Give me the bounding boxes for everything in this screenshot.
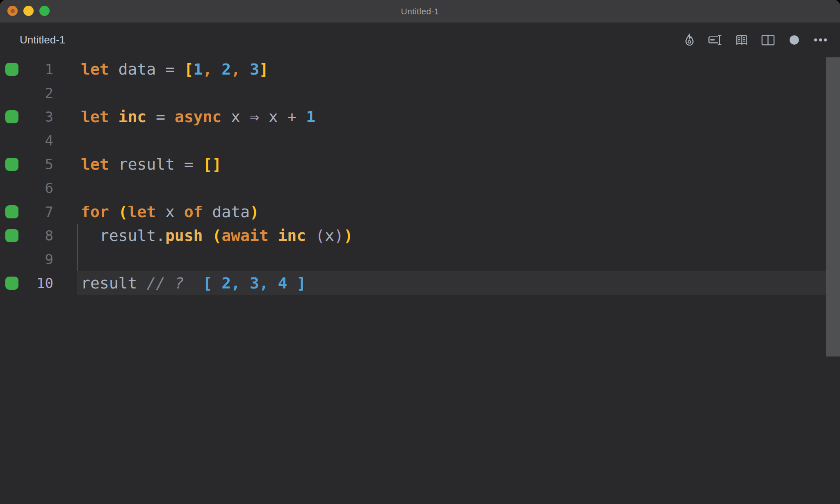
code-line[interactable]: 7for (let x of data) [0,200,840,224]
more-actions-button[interactable] [813,32,829,48]
code-token: x [221,108,250,126]
code-token: inc [119,108,147,126]
line-number[interactable]: 8 [0,224,53,247]
line-number[interactable]: 7 [0,200,53,224]
split-editor-button[interactable] [760,32,776,48]
code-token: result. [81,227,165,245]
code-token: [ 2, 3, 4 ] [203,274,306,292]
code-token: x [259,108,288,126]
code-token: , [231,60,240,78]
editor-window: Untitled-1 Untitled-1 [0,0,840,504]
code-token: ) [250,203,259,221]
modified-indicator[interactable] [786,32,802,48]
line-number[interactable]: 2 [0,81,53,105]
modified-dot-icon [786,32,802,48]
code-text: for (let x of data) [81,200,259,224]
code-token: ( [119,203,128,221]
line-number[interactable]: 10 [0,271,53,295]
code-line[interactable]: 10result // ? [ 2, 3, 4 ] [0,271,840,295]
code-token [146,108,156,126]
code-token: ( [212,227,221,245]
code-token: for [81,203,109,221]
code-token [269,227,278,245]
editor: 1let data = [1, 2, 3]23let inc = async x… [0,57,840,504]
code-text: let inc = async x ⇒ x + 1 [81,105,315,129]
code-text: result // ? [ 2, 3, 4 ] [81,271,306,295]
scrollbar-thumb[interactable] [826,57,840,356]
flame-icon [681,32,697,48]
code-token: push [165,227,203,245]
code-token: ) [344,227,353,245]
code-token [165,108,175,126]
tabbar: Untitled-1 [0,23,840,57]
indent-guide [77,224,78,247]
more-actions-icon [813,32,829,48]
code-token: [ [184,60,194,78]
code-token [194,155,203,173]
code-token: 3 [250,60,259,78]
code-token: ) [334,227,344,245]
code-token: async [175,108,221,126]
code-text: let data = [1, 2, 3] [81,57,269,81]
toolbar-actions [681,23,829,57]
code-token [109,203,119,221]
code-line[interactable]: 6 [0,176,840,200]
line-number[interactable]: 4 [0,129,53,152]
code-token: data [109,60,165,78]
code-token: let [81,60,109,78]
book-button[interactable] [734,32,750,48]
line-number[interactable]: 9 [0,247,53,271]
code-token: let [81,155,109,173]
code-token: 1 [306,108,315,126]
code-token: result [109,155,184,173]
line-number[interactable]: 1 [0,57,53,81]
code-token [184,274,203,292]
code-token: // ? [146,274,184,292]
code-line[interactable]: 1let data = [1, 2, 3] [0,57,840,81]
code-line[interactable]: 3let inc = async x ⇒ x + 1 [0,105,840,129]
code-token: result [81,274,146,292]
code-token: = [156,108,165,126]
code-token: 1 [194,60,203,78]
code-token: = [184,155,194,173]
code-token: data [203,203,249,221]
tab-label[interactable]: Untitled-1 [20,23,65,57]
code-text: result.push (await inc (x)) [81,224,353,247]
code-token [240,60,250,78]
code-line[interactable]: 8 result.push (await inc (x)) [0,224,840,247]
code-token: + [287,108,297,126]
code-token: = [165,60,175,78]
code-token: , [203,60,212,78]
code-token: ] [259,60,269,78]
line-number[interactable]: 5 [0,152,53,176]
code-token: let [128,203,156,221]
code-token: of [184,203,203,221]
line-number[interactable]: 3 [0,105,53,129]
line-number[interactable]: 6 [0,176,53,200]
window-title: Untitled-1 [0,0,840,23]
code-token [203,227,212,245]
code-token: x [325,227,334,245]
code-line[interactable]: 4 [0,129,840,152]
open-book-icon [734,32,750,48]
code-text: let result = [] [81,152,221,176]
code-token: ⇒ [250,108,259,126]
code-token [297,108,306,126]
code-token: inc [278,227,306,245]
code-line[interactable]: 9 [0,247,840,271]
code-token: let [81,108,109,126]
code-token: [] [203,155,221,173]
split-editor-icon [760,32,776,48]
rename-icon [708,32,724,48]
flame-button[interactable] [681,32,697,48]
code-token [212,60,221,78]
code-token [175,60,184,78]
code-line[interactable]: 5let result = [] [0,152,840,176]
code-token [306,227,315,245]
code-area: 1let data = [1, 2, 3]23let inc = async x… [0,57,840,295]
rename-button[interactable] [708,32,724,48]
code-token [109,108,119,126]
code-token: await [221,227,268,245]
code-line[interactable]: 2 [0,81,840,105]
code-token: ( [315,227,325,245]
